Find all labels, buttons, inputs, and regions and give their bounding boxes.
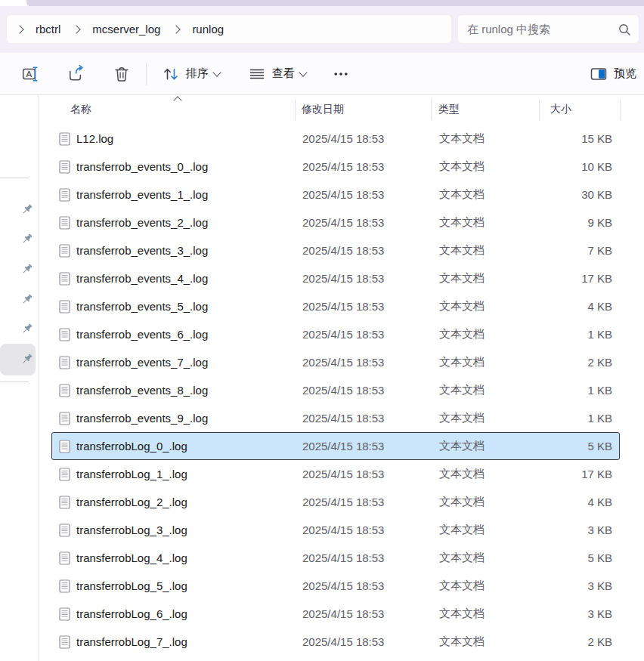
file-row[interactable]: transferrob_events_3_.log 2025/4/15 18:5… bbox=[51, 236, 620, 264]
search-input[interactable] bbox=[466, 22, 618, 36]
file-date-modified: 2025/4/15 18:53 bbox=[302, 579, 384, 592]
file-name: transferrobLog_2_.log bbox=[76, 496, 187, 508]
file-size: 1 KB bbox=[587, 412, 612, 425]
file-date-modified: 2025/4/15 18:53 bbox=[302, 412, 384, 425]
search-box[interactable] bbox=[457, 14, 639, 44]
file-row[interactable]: transferrobLog_0_.log 2025/4/15 18:53 文本… bbox=[51, 432, 620, 460]
text-document-icon bbox=[59, 132, 70, 146]
file-name: transferrob_events_7_.log bbox=[76, 356, 208, 369]
chevron-right-icon bbox=[172, 25, 181, 33]
file-date-modified: 2025/4/15 18:53 bbox=[302, 551, 384, 564]
pushpin-icon[interactable] bbox=[20, 293, 33, 306]
file-type: 文本文档 bbox=[439, 131, 485, 146]
column-resize-handle[interactable] bbox=[431, 99, 432, 120]
column-header-size[interactable]: 大小 bbox=[550, 103, 571, 116]
file-row[interactable]: transferrobLog_5_.log 2025/4/15 18:53 文本… bbox=[51, 572, 620, 600]
text-document-icon bbox=[59, 635, 70, 649]
file-row[interactable]: transferrob_events_0_.log 2025/4/15 18:5… bbox=[51, 153, 620, 181]
pushpin-icon[interactable] bbox=[20, 353, 33, 366]
nav-separator bbox=[0, 178, 29, 178]
file-row[interactable]: transferrob_events_7_.log 2025/4/15 18:5… bbox=[51, 348, 620, 376]
file-size: 3 KB bbox=[587, 579, 612, 592]
rename-icon: A bbox=[21, 64, 41, 84]
column-resize-handle[interactable] bbox=[539, 99, 540, 120]
column-resize-handle[interactable] bbox=[295, 99, 296, 120]
file-row[interactable]: transferrob_events_1_.log 2025/4/15 18:5… bbox=[51, 181, 620, 208]
file-size: 3 KB bbox=[587, 607, 612, 620]
file-row[interactable]: transferrob_events_2_.log 2025/4/15 18:5… bbox=[51, 208, 620, 236]
chevron-down-icon bbox=[212, 68, 221, 76]
breadcrumb-item-rbctrl[interactable]: rbctrl bbox=[29, 19, 67, 39]
file-type: 文本文档 bbox=[439, 355, 485, 369]
file-type: 文本文档 bbox=[439, 187, 485, 202]
file-row[interactable]: transferrob_events_6_.log 2025/4/15 18:5… bbox=[51, 320, 620, 348]
text-document-icon bbox=[59, 272, 70, 286]
svg-text:A: A bbox=[26, 69, 33, 79]
text-document-icon bbox=[59, 384, 70, 397]
sort-button[interactable]: 排序 bbox=[161, 53, 220, 94]
sort-button-label: 排序 bbox=[186, 66, 209, 81]
rename-button[interactable]: A bbox=[21, 53, 41, 94]
file-row[interactable]: transferrob_events_9_.log 2025/4/15 18:5… bbox=[51, 404, 620, 432]
file-date-modified: 2025/4/15 18:53 bbox=[302, 188, 384, 201]
column-header-date[interactable]: 修改日期 bbox=[302, 103, 344, 116]
file-name: transferrobLog_7_.log bbox=[76, 635, 187, 648]
column-header-name[interactable]: 名称 bbox=[70, 103, 91, 116]
file-row[interactable]: transferrob_events_8_.log 2025/4/15 18:5… bbox=[51, 376, 620, 404]
text-document-icon bbox=[59, 300, 70, 314]
file-name: transferrobLog_4_.log bbox=[76, 551, 187, 564]
file-name: transferrobLog_3_.log bbox=[76, 524, 187, 536]
text-document-icon bbox=[59, 468, 70, 481]
preview-button[interactable]: 预览 bbox=[589, 53, 636, 94]
text-document-icon bbox=[59, 160, 70, 174]
file-name: transferrob_events_3_.log bbox=[76, 244, 208, 257]
delete-button[interactable] bbox=[112, 53, 132, 94]
file-date-modified: 2025/4/15 18:53 bbox=[302, 524, 384, 536]
text-document-icon bbox=[59, 524, 70, 537]
more-ellipsis-icon bbox=[331, 64, 351, 84]
text-document-icon bbox=[59, 551, 70, 565]
file-type: 文本文档 bbox=[439, 271, 485, 286]
file-size: 2 KB bbox=[587, 635, 612, 648]
file-date-modified: 2025/4/15 18:53 bbox=[302, 160, 384, 173]
column-resize-handle[interactable] bbox=[620, 99, 621, 120]
file-row[interactable]: transferrobLog_6_.log 2025/4/15 18:53 文本… bbox=[51, 600, 620, 628]
text-document-icon bbox=[59, 440, 70, 453]
file-row[interactable]: transferrobLog_3_.log 2025/4/15 18:53 文本… bbox=[51, 516, 620, 544]
view-button-label: 查看 bbox=[272, 66, 295, 81]
share-button[interactable] bbox=[67, 53, 86, 94]
file-row[interactable]: L12.log 2025/4/15 18:53 文本文档 15 KB bbox=[51, 125, 620, 153]
breadcrumb-item-runlog[interactable]: runlog bbox=[186, 19, 230, 39]
file-name: transferrob_events_8_.log bbox=[76, 384, 208, 397]
file-size: 17 KB bbox=[581, 468, 612, 480]
share-icon bbox=[67, 64, 86, 84]
more-button[interactable] bbox=[331, 53, 351, 94]
file-name: transferrob_events_9_.log bbox=[76, 412, 208, 425]
pushpin-icon[interactable] bbox=[20, 323, 33, 335]
file-row[interactable]: transferrobLog_1_.log 2025/4/15 18:53 文本… bbox=[51, 460, 620, 488]
column-header-type[interactable]: 类型 bbox=[438, 103, 460, 116]
file-date-modified: 2025/4/15 18:53 bbox=[302, 635, 384, 648]
file-row[interactable]: transferrobLog_2_.log 2025/4/15 18:53 文本… bbox=[51, 488, 620, 516]
file-size: 1 KB bbox=[587, 328, 612, 341]
pushpin-icon[interactable] bbox=[20, 233, 33, 246]
file-list-panel: 名称 修改日期 类型 大小 L12.log 2025/4/15 18:53 文本… bbox=[38, 95, 644, 661]
text-document-icon bbox=[59, 607, 70, 621]
breadcrumb-item-mcserver-log[interactable]: mcserver_log bbox=[86, 19, 166, 39]
view-button[interactable]: 查看 bbox=[247, 53, 306, 94]
file-row[interactable]: transferrobLog_4_.log 2025/4/15 18:53 文本… bbox=[51, 544, 620, 572]
chevron-right-icon[interactable] bbox=[15, 25, 23, 33]
file-row[interactable]: transferrobLog_7_.log 2025/4/15 18:53 文本… bbox=[51, 628, 620, 656]
file-size: 7 KB bbox=[587, 244, 612, 257]
file-name: transferrobLog_1_.log bbox=[76, 468, 187, 480]
file-row[interactable]: transferrob_events_5_.log 2025/4/15 18:5… bbox=[51, 292, 620, 320]
file-name: transferrob_events_0_.log bbox=[76, 160, 208, 173]
file-type: 文本文档 bbox=[439, 299, 485, 314]
file-name: L12.log bbox=[76, 132, 113, 145]
file-date-modified: 2025/4/15 18:53 bbox=[302, 496, 384, 508]
file-name: transferrob_events_1_.log bbox=[76, 188, 208, 201]
pushpin-icon[interactable] bbox=[20, 263, 33, 276]
pushpin-icon[interactable] bbox=[20, 203, 33, 216]
text-document-icon bbox=[59, 579, 70, 593]
file-row[interactable]: transferrob_events_4_.log 2025/4/15 18:5… bbox=[51, 264, 620, 292]
